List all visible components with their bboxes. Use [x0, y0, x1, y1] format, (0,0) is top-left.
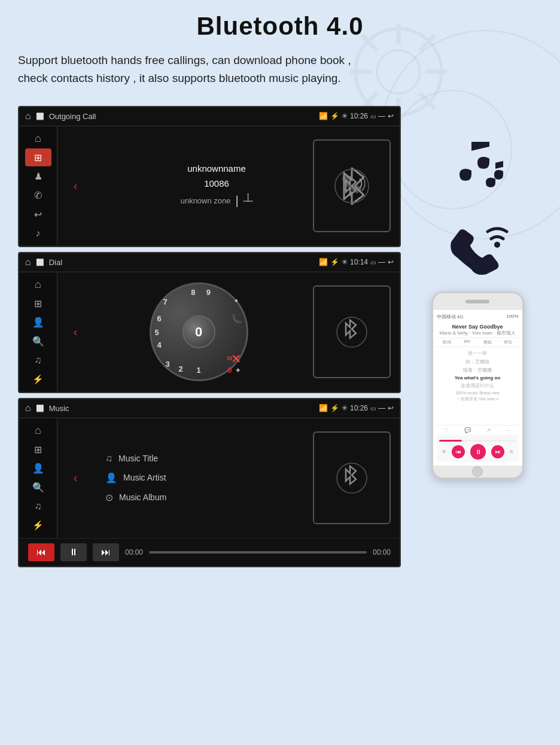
phone-tab-mv[interactable]: MV [457, 338, 477, 346]
sidebar-phone[interactable]: ✆ [25, 187, 51, 205]
music-back-icon[interactable]: ↩ [388, 404, 394, 412]
dial-signal-icon: ✳ [342, 258, 348, 266]
page-title: Bluetooth 4.0 [18, 12, 542, 41]
minimize-icon: — [378, 112, 385, 120]
sidebar-contacts[interactable]: ♟ [25, 168, 51, 186]
music-info: ♫ Music Title 👤 Music Artist ⊙ Music Alb… [93, 453, 304, 503]
home-icon[interactable]: ⌂ [25, 111, 31, 121]
svg-point-13 [494, 242, 500, 248]
dial-sidebar-search[interactable]: 🔍 [25, 333, 51, 351]
call-status-bar: ⌂ ⬜ Outgoing Call 📶 ⚡ ✳ 10:26 ▭ — ↩ [19, 107, 400, 126]
call-bt-box [313, 139, 391, 232]
call-screen-body: ⌂ ⊞ ♟ ✆ ↩ [19, 126, 400, 246]
dial-sidebar-bt[interactable]: ⚡ [25, 370, 51, 388]
dial-num-hash: 📞 [232, 314, 242, 324]
dial-wheel[interactable]: 8 9 7 * 6 📞 5 4 ✉❌ 3 2 [150, 282, 248, 381]
bluetooth-call-icon [331, 162, 373, 210]
music-nav-arrow[interactable]: ‹ [66, 471, 84, 485]
dial-num-2: 2 [179, 364, 183, 373]
dial-num-3: 3 [166, 360, 170, 369]
music-status-icons: 📶 ⚡ ✳ 10:26 ▭ — ↩ [319, 404, 394, 412]
next-button[interactable]: ⏭ [93, 543, 119, 561]
dial-sidebar-music[interactable]: ♫ [25, 351, 51, 369]
phone-tab-similar[interactable]: 相似 [477, 338, 498, 346]
music-time: 10:26 [350, 404, 368, 412]
phone-progress-fill [439, 440, 462, 442]
music-album-item: ⊙ Music Album [105, 492, 304, 503]
music-sidebar-bt[interactable]: ⚡ [25, 516, 51, 534]
dial-num-8: 8 [191, 288, 195, 297]
music-progress-bar[interactable] [149, 551, 367, 554]
bluetooth-music-icon [334, 457, 370, 499]
dial-wifi-icon: 📶 [319, 258, 328, 266]
main-layout: ⌂ ⬜ Outgoing Call 📶 ⚡ ✳ 10:26 ▭ — ↩ [18, 106, 542, 572]
music-main-content: ‹ ♫ Music Title 👤 Music Artist [57, 418, 400, 538]
dial-home-icon[interactable]: ⌂ [25, 257, 31, 267]
phone-list-icon[interactable]: ≡ [510, 448, 513, 455]
music-wifi-icon: 📶 [319, 404, 328, 412]
music-notes-decoration [439, 130, 516, 202]
sidebar-home[interactable]: ⌂ [25, 130, 51, 148]
phone-prev-btn[interactable]: ⏮ [452, 445, 465, 458]
lyric-7: 一全面开发·Yolo town ∂ [438, 397, 518, 402]
dial-sidebar-home[interactable]: ⌂ [25, 276, 51, 294]
music-sidebar-note[interactable]: ♫ [25, 497, 51, 515]
dial-nav-arrow[interactable]: ‹ [66, 325, 84, 339]
phone-pause-btn[interactable]: ⏸ [470, 444, 486, 460]
music-album-label: Music Album [119, 492, 166, 502]
phone-shuffle-icon[interactable]: ✕ [442, 448, 446, 455]
prev-button[interactable]: ⏮ [28, 543, 54, 561]
album-icon: ⊙ [105, 492, 113, 503]
phone-more-icon[interactable]: ··· [506, 427, 511, 433]
dial-bt-box [313, 285, 391, 378]
screens-column: ⌂ ⬜ Outgoing Call 📶 ⚡ ✳ 10:26 ▭ — ↩ [18, 106, 401, 572]
description-text: Support bluetooth hands free callings, c… [18, 51, 365, 88]
dial-num-7: 7 [163, 297, 168, 306]
dial-container: 8 9 7 * 6 📞 5 4 ✉❌ 3 2 [93, 282, 304, 381]
call-status-icons: 📶 ⚡ ✳ 10:26 ▭ — ↩ [319, 112, 394, 120]
sidebar-volume[interactable]: ♪ [25, 224, 51, 242]
play-pause-button[interactable]: ⏸ [60, 543, 87, 561]
bt-icon: ⚡ [330, 112, 339, 120]
phone-next-btn[interactable]: ⏭ [491, 445, 504, 458]
music-signal-icon: ✳ [342, 404, 348, 412]
sidebar-menu-active[interactable]: ⊞ [25, 148, 51, 166]
music-sidebar-menu[interactable]: ⊞ [25, 440, 51, 458]
call-time: 10:26 [350, 112, 368, 120]
dial-num-6: 6 [157, 314, 162, 323]
phone-song-header: Never Say Goodbye Mario & Nelly · Yolo t… [437, 323, 519, 338]
dial-center-button[interactable]: 0 [182, 315, 215, 348]
music-home-icon[interactable]: ⌂ [25, 403, 31, 413]
dial-status-icons: 📶 ⚡ ✳ 10:14 ▭ — ↩ [319, 258, 394, 266]
dial-sidebar-user[interactable]: 👤 [25, 314, 51, 332]
phone-home-button[interactable] [472, 466, 483, 477]
phone-like-icon[interactable]: ♡ [444, 427, 449, 433]
dial-num-star: * [235, 297, 238, 306]
phone-share-icon[interactable]: ↗ [486, 427, 491, 433]
music-sidebar-home[interactable]: ⌂ [25, 422, 51, 440]
nav-back-arrow[interactable]: ‹ [66, 179, 84, 193]
phone-top-bar [433, 293, 522, 310]
phone-comment-icon[interactable]: 💬 [464, 427, 471, 433]
dial-time: 10:14 [350, 258, 368, 266]
phone-tabs: 歌词 MV 相似 评论 [437, 338, 519, 347]
music-sidebar-user[interactable]: 👤 [25, 460, 51, 478]
wifi-icon: 📶 [319, 112, 328, 120]
back-icon[interactable]: ↩ [388, 112, 394, 120]
dial-back-icon[interactable]: ↩ [388, 258, 394, 266]
music-title-label: Music Title [118, 454, 158, 463]
phone-progress-bar [439, 440, 516, 442]
music-sidebar-search[interactable]: 🔍 [25, 479, 51, 497]
phone-wifi-svg [439, 214, 516, 279]
dial-num-5: 5 [155, 327, 159, 336]
dial-num-0: 0 [227, 366, 232, 375]
sidebar-back2[interactable]: ↩ [25, 205, 51, 223]
phone-carrier: 中国移动 4G [437, 314, 464, 320]
phone-tab-comments[interactable]: 评论 [498, 338, 518, 346]
dial-sidebar-menu[interactable]: ⊞ [25, 294, 51, 312]
phone-tab-lyrics[interactable]: 歌词 [437, 338, 457, 346]
phone-lyrics: 张一一串 由：艾娜姐 喻着：空娜娜 Yea what's going on 这道… [437, 349, 519, 424]
dial-bt-icon: ⚡ [330, 258, 339, 266]
music-bt-box [313, 431, 391, 524]
dial-main-content: ‹ 8 9 7 * 6 📞 5 4 [57, 272, 400, 392]
